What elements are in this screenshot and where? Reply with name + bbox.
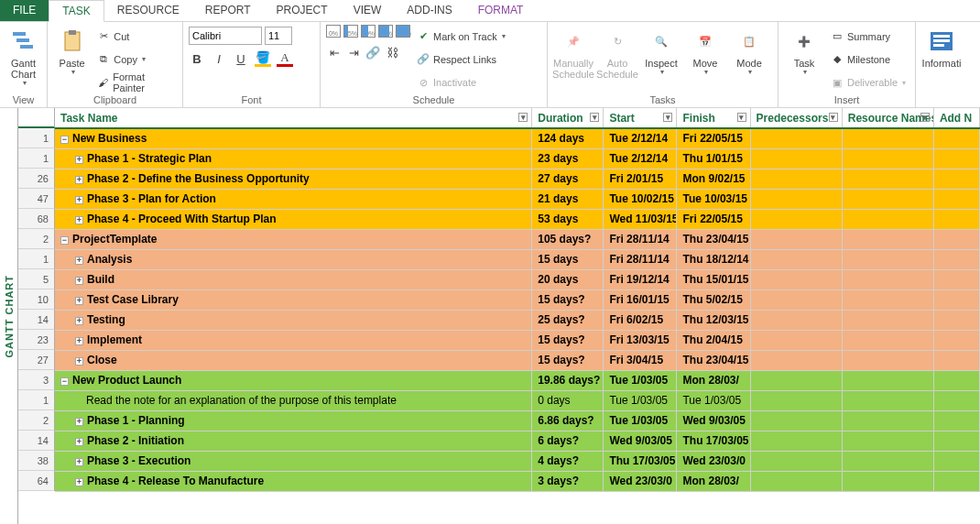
cell-finish[interactable]: Thu 12/03/15 (677, 310, 750, 330)
cell-duration[interactable]: 15 days? (532, 289, 604, 310)
row-number[interactable]: 14 (18, 431, 55, 451)
format-painter-button[interactable]: 🖌Format Painter (94, 72, 177, 93)
table-row[interactable]: +Analysis15 daysFri 28/11/14Thu 18/12/14 (55, 249, 980, 269)
dropdown-icon[interactable]: ▾ (920, 113, 930, 122)
cell-finish[interactable]: Thu 15/01/15 (677, 269, 750, 289)
cut-button[interactable]: ✂Cut (94, 27, 177, 47)
cell-resources[interactable] (842, 249, 933, 269)
copy-button[interactable]: ⧉Copy▾ (94, 49, 177, 70)
cell-taskname[interactable]: +Phase 3 - Execution (55, 451, 532, 471)
row-number[interactable]: 64 (18, 471, 55, 491)
col-start[interactable]: Start▾ (604, 108, 677, 128)
italic-button[interactable]: I (211, 50, 227, 67)
cell-add[interactable] (933, 229, 979, 249)
cell-start[interactable]: Tue 2/12/14 (604, 128, 677, 148)
cell-resources[interactable] (842, 471, 933, 491)
row-number[interactable]: 2 (18, 410, 55, 431)
cell-resources[interactable] (842, 330, 933, 350)
cell-resources[interactable] (842, 229, 933, 249)
cell-duration[interactable]: 23 days (532, 148, 604, 169)
collapse-icon[interactable]: + (75, 176, 83, 184)
row-number[interactable]: 47 (18, 189, 55, 209)
cell-taskname[interactable]: +Testing (55, 310, 532, 330)
milestone-button[interactable]: ◆Milestone (828, 49, 908, 70)
cell-finish[interactable]: Fri 22/05/15 (677, 209, 750, 229)
cell-duration[interactable]: 3 days? (532, 471, 604, 491)
cell-start[interactable]: Thu 17/03/05 (604, 451, 677, 471)
cell-add[interactable] (933, 189, 979, 209)
cell-resources[interactable] (842, 128, 933, 148)
row-number[interactable]: 2 (18, 229, 55, 249)
cell-start[interactable]: Fri 2/01/15 (604, 169, 677, 189)
cell-predecessors[interactable] (750, 209, 842, 229)
summary-button[interactable]: ▭Summary (828, 27, 908, 47)
row-number[interactable]: 23 (18, 330, 55, 350)
mode-button[interactable]: 📋Mode▾ (729, 25, 769, 94)
col-add[interactable]: Add N (933, 108, 979, 128)
cell-duration[interactable]: 53 days (532, 209, 604, 229)
cell-taskname[interactable]: +Phase 4 - Release To Manufacture (55, 471, 532, 491)
cell-taskname[interactable]: Read the note for an explanation of the … (55, 390, 532, 410)
progress-50-button[interactable]: 50% (361, 25, 376, 38)
cell-predecessors[interactable] (750, 471, 842, 491)
cell-add[interactable] (933, 169, 979, 189)
cell-predecessors[interactable] (750, 370, 842, 390)
cell-start[interactable]: Fri 19/12/14 (604, 269, 677, 289)
cell-add[interactable] (933, 471, 979, 491)
progress-25-button[interactable]: 25% (343, 25, 358, 38)
cell-duration[interactable]: 4 days? (532, 451, 604, 471)
cell-finish[interactable]: Tue 10/03/15 (677, 189, 750, 209)
dropdown-icon[interactable]: ▾ (737, 113, 746, 122)
cell-taskname[interactable]: +Phase 3 - Plan for Action (55, 189, 532, 209)
cell-add[interactable] (933, 431, 979, 451)
tab-file[interactable]: FILE (0, 0, 49, 21)
cell-taskname[interactable]: +Phase 2 - Define the Business Opportuni… (55, 169, 532, 189)
cell-taskname[interactable]: +Phase 1 - Strategic Plan (55, 148, 532, 169)
cell-start[interactable]: Fri 16/01/15 (604, 289, 677, 310)
cell-predecessors[interactable] (750, 390, 842, 410)
cell-add[interactable] (933, 148, 979, 169)
tab-view[interactable]: VIEW (341, 0, 395, 21)
cell-start[interactable]: Tue 1/03/05 (604, 370, 677, 390)
table-row[interactable]: +Phase 1 - Planning6.86 days?Tue 1/03/05… (55, 410, 980, 431)
cell-start[interactable]: Tue 1/03/05 (604, 410, 677, 431)
row-number[interactable]: 1 (18, 390, 55, 410)
table-row[interactable]: +Build20 daysFri 19/12/14Thu 15/01/15 (55, 269, 980, 289)
collapse-icon[interactable]: + (75, 337, 83, 345)
table-row[interactable]: +Close15 days?Fri 3/04/15Thu 23/04/15 (55, 350, 980, 370)
cell-taskname[interactable]: −ProjectTemplate (55, 229, 532, 249)
cell-duration[interactable]: 105 days? (532, 229, 604, 249)
collapse-icon[interactable]: − (60, 236, 69, 245)
cell-predecessors[interactable] (750, 249, 842, 269)
tab-format[interactable]: FORMAT (465, 0, 537, 21)
cell-predecessors[interactable] (750, 169, 842, 189)
row-number[interactable]: 1 (18, 128, 55, 148)
cell-start[interactable]: Tue 2/12/14 (604, 148, 677, 169)
table-row[interactable]: +Test Case Library15 days?Fri 16/01/15Th… (55, 289, 980, 310)
cell-add[interactable] (933, 289, 979, 310)
cell-finish[interactable]: Thu 2/04/15 (677, 330, 750, 350)
gantt-sidebar[interactable]: GANTT CHART (0, 108, 18, 524)
cell-resources[interactable] (842, 269, 933, 289)
cell-add[interactable] (933, 330, 979, 350)
cell-predecessors[interactable] (750, 229, 842, 249)
cell-resources[interactable] (842, 209, 933, 229)
cell-start[interactable]: Wed 23/03/0 (604, 471, 677, 491)
cell-duration[interactable]: 6.86 days? (532, 410, 604, 431)
cell-finish[interactable]: Thu 17/03/05 (677, 431, 750, 451)
paste-button[interactable]: Paste▾ (53, 25, 91, 94)
auto-schedule-button[interactable]: ↻Auto Schedule (597, 25, 637, 94)
cell-taskname[interactable]: +Analysis (55, 249, 532, 269)
cell-start[interactable]: Fri 13/03/15 (604, 330, 677, 350)
cell-add[interactable] (933, 390, 979, 410)
table-row[interactable]: +Phase 3 - Plan for Action21 daysTue 10/… (55, 189, 980, 209)
font-size-input[interactable] (265, 27, 292, 45)
row-number[interactable]: 26 (18, 169, 55, 189)
cell-finish[interactable]: Tue 1/03/05 (677, 390, 750, 410)
dropdown-icon[interactable]: ▾ (829, 113, 838, 122)
table-row[interactable]: +Implement15 days?Fri 13/03/15Thu 2/04/1… (55, 330, 980, 350)
cell-duration[interactable]: 27 days (532, 169, 604, 189)
col-finish[interactable]: Finish▾ (677, 108, 750, 128)
inspect-button[interactable]: 🔍Inspect▾ (641, 25, 681, 94)
table-row[interactable]: −ProjectTemplate105 days?Fri 28/11/14Thu… (55, 229, 980, 249)
